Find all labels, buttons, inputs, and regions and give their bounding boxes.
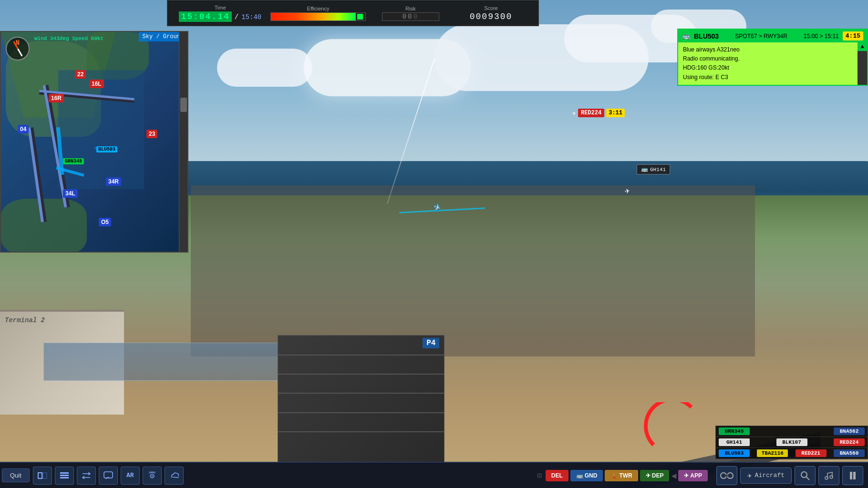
view-transfer-icon[interactable] (77, 467, 96, 485)
red224-scene-label[interactable]: ✈ RED224 3:11 (572, 109, 625, 117)
svg-rect-5 (104, 472, 113, 478)
hud-efficiency-section: Efficiency (270, 6, 366, 21)
svg-rect-1 (43, 473, 47, 478)
atc-mode-buttons: ⊡ DEL 🚌 GND 🗼 TWR ✈ DEP ◀ ✈ APP (537, 470, 708, 481)
svg-line-12 (806, 477, 809, 480)
score-label: Score (484, 5, 498, 11)
music-icon[interactable] (818, 466, 839, 485)
wind-info: Wind 343deg Speed 09kt (34, 36, 103, 41)
aircraft-panel-body: Blue airways A321neo Radio communicating… (678, 42, 867, 85)
map-label-16L[interactable]: 16L (89, 80, 104, 88)
risk-label: Risk (405, 6, 415, 11)
aircraft-badge-tba2116[interactable]: TBA2116 (757, 449, 788, 457)
risk-value: 000 (403, 13, 419, 20)
red-circle-road (644, 402, 701, 455)
top-hud: Time 15:04.14 / 15:40 Efficiency Risk 00… (167, 0, 539, 26)
atc-twr-button[interactable]: 🗼 TWR (605, 470, 638, 481)
atc-del-button[interactable]: DEL (546, 470, 568, 481)
atc-sep2: ◀ (671, 470, 676, 481)
map-scrollbar[interactable] (179, 32, 187, 252)
view-layers-icon[interactable] (55, 467, 74, 485)
aircraft-timer-badge: 4:15 (843, 31, 863, 41)
red224-icon: ✈ (572, 109, 576, 117)
score-value: 0009300 (470, 12, 513, 21)
risk-bar: 000 (382, 12, 439, 21)
svg-rect-3 (60, 475, 69, 476)
binoculars-icon[interactable] (716, 466, 737, 485)
aircraft-badge-blk107[interactable]: BLK107 (776, 438, 807, 446)
map-scrollbar-thumb[interactable] (180, 98, 187, 112)
terminal-2-label: Terminal 2 (5, 316, 45, 324)
svg-rect-0 (38, 473, 42, 478)
aircraft-badge-blu503[interactable]: BLU503 (719, 449, 750, 457)
quit-button[interactable]: Quit (2, 468, 30, 482)
panel-scrollbar[interactable]: ▲ (858, 42, 867, 85)
weather-icon[interactable] (165, 467, 184, 485)
app-icon: ✈ (684, 472, 689, 479)
map-label-34R[interactable]: 34R (106, 177, 121, 186)
aircraft-button-label: Aircraft (755, 472, 785, 479)
aircraft-hdg-gs: HDG:160 GS:20kt (683, 63, 856, 72)
atc-dep-button[interactable]: ✈ DEP (640, 470, 670, 481)
atc-app-button[interactable]: ✈ APP (678, 470, 708, 481)
aircraft-badge-red224[interactable]: RED224 (834, 438, 865, 446)
map-label-23[interactable]: 23 (146, 130, 157, 138)
map-label-05[interactable]: O5 (99, 218, 111, 226)
aircraft-badge-bna560[interactable]: BNA560 (834, 449, 865, 457)
map-aircraft-blu503[interactable]: BLU503 (96, 146, 117, 152)
gnd-icon: 🚌 (576, 472, 583, 479)
ar-icon[interactable]: AR (121, 467, 140, 485)
efficiency-label: Efficiency (307, 6, 330, 11)
pause-icon[interactable] (842, 466, 863, 485)
map-label-22[interactable]: 22 (75, 70, 86, 79)
aircraft-list-panel: GRN345 BNA562 GH141 BLK107 RED224 BLU503… (715, 426, 868, 459)
view-2d-icon[interactable] (33, 467, 52, 485)
parking-p4-label: P4 (423, 338, 439, 348)
aircraft-badge-bna562[interactable]: BNA562 (834, 427, 865, 435)
map-aircraft-blu503-icon: ✈ (94, 144, 99, 149)
svg-rect-15 (850, 472, 852, 479)
aircraft-panel-icon: 🚌 (682, 32, 690, 40)
radio-icon[interactable] (143, 467, 162, 485)
atc-gnd-button[interactable]: 🚌 GND (570, 470, 603, 481)
aircraft-status: Radio communicating. (683, 54, 856, 63)
map-aircraft-grn345-icon: ✈ (62, 156, 66, 161)
atc-separator: ⊡ (537, 471, 542, 480)
aircraft-button-icon: ✈ (747, 471, 752, 480)
svg-rect-10 (725, 475, 728, 477)
aircraft-panel-time: 15:00 > 15:11 (804, 33, 839, 40)
aircraft-route-detail: Using route: E C3 (683, 73, 856, 82)
aircraft-badge-grn345[interactable]: GRN345 (719, 427, 750, 435)
bottom-bar: Quit AR (0, 462, 868, 488)
panel-scroll-up[interactable]: ▲ (858, 42, 867, 51)
gh141-icon: 🚌 (641, 166, 648, 173)
search-icon[interactable] (795, 466, 816, 485)
airport-apron (191, 185, 755, 356)
map-label-16R[interactable]: 16R (49, 94, 64, 102)
map-overlay[interactable]: N Wind 343deg Speed 09kt Sky / Ground 22… (0, 31, 188, 253)
efficiency-bar-container (270, 12, 366, 21)
svg-rect-4 (60, 477, 69, 478)
cloud-4 (217, 49, 312, 87)
current-time: 15:04.14 (181, 12, 229, 21)
map-label-34L[interactable]: 34L (63, 189, 78, 198)
aircraft-list-row-3: BLU503 TBA2116 RED221 BNA560 (716, 448, 868, 459)
aircraft-list-row-1: GRN345 BNA562 (716, 426, 868, 437)
aircraft-list-row-2: GH141 BLK107 RED224 (716, 437, 868, 448)
target-time: 15:40 (241, 13, 261, 21)
svg-point-7 (151, 475, 153, 477)
bottom-right-icons: ✈ Aircraft (712, 466, 868, 485)
aircraft-button[interactable]: ✈ Aircraft (740, 468, 792, 484)
aircraft-badge-red221[interactable]: RED221 (796, 449, 827, 457)
map-label-04[interactable]: 04 (18, 125, 29, 133)
aircraft-panel-route: SPOT67 > RWY34R (723, 33, 800, 40)
parking-structure: P4 (278, 335, 444, 464)
aircraft-badge-gh141[interactable]: GH141 (719, 438, 750, 446)
hud-time-section: Time 15:04.14 / 15:40 (179, 5, 261, 22)
chat-icon[interactable] (99, 467, 118, 485)
hud-score-section: Score 0009300 (455, 5, 527, 21)
gh141-scene-label[interactable]: 🚌 GH141 (637, 164, 670, 174)
terminal-glass (43, 343, 282, 381)
aircraft-panel-header: 🚌 BLU503 SPOT67 > RWY34R 15:00 > 15:11 4… (678, 30, 867, 42)
time-label: Time (215, 5, 226, 10)
